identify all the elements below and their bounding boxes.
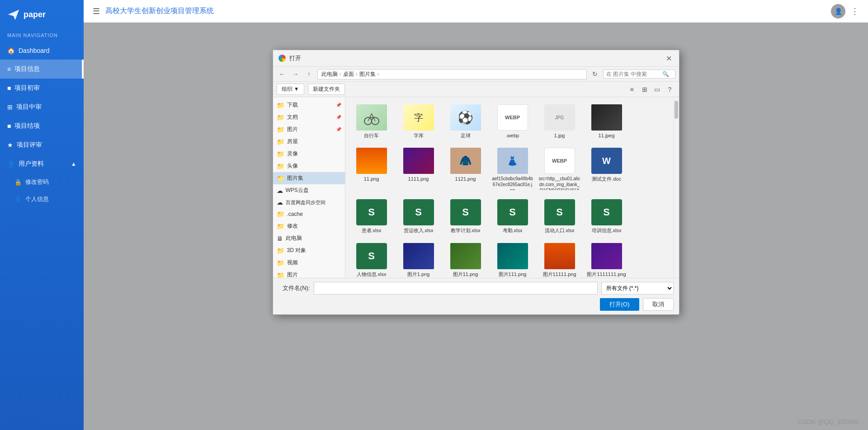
file-icon-webp2: WEBP bbox=[544, 148, 575, 174]
file-icon-xlsx: S bbox=[450, 199, 481, 225]
sidebar-item-dashboard[interactable]: 🏠 Dashboard bbox=[0, 42, 84, 60]
file-thumbnail bbox=[403, 148, 434, 174]
file-name: 货运收入.xlsx bbox=[404, 227, 434, 234]
file-item-1121png[interactable]: 🧥 1121.png bbox=[443, 144, 488, 194]
ds-item-label: .cache bbox=[287, 211, 303, 217]
open-button[interactable]: 打开(O) bbox=[600, 298, 639, 311]
ds-item-label: 图片 bbox=[287, 271, 298, 278]
new-folder-button[interactable]: 新建文件夹 bbox=[308, 84, 345, 95]
file-item-flow-xlsx[interactable]: S 流动人口.xlsx bbox=[537, 196, 582, 237]
sidebar-item-project-final[interactable]: ■ 项目结项 bbox=[0, 117, 84, 136]
view-list-icon[interactable]: ≡ bbox=[627, 84, 637, 95]
ds-video[interactable]: 📁 视频 bbox=[273, 257, 345, 269]
ds-item-label: 图片 bbox=[287, 126, 298, 133]
ds-item-label: 视频 bbox=[287, 259, 298, 266]
file-item-consider-xlsx[interactable]: S 考勤.xlsx bbox=[490, 196, 535, 237]
ds-item-label: 文档 bbox=[287, 113, 298, 121]
chevron-up-icon: ▲ bbox=[71, 161, 76, 167]
file-item-person-xlsx[interactable]: S 人物信息.xlsx bbox=[349, 239, 394, 278]
back-button[interactable]: ← bbox=[277, 69, 288, 79]
file-item-patient-xlsx[interactable]: S 患者.xlsx bbox=[349, 196, 394, 237]
ds-baidu[interactable]: ☁ 百度网盘同步空间 bbox=[273, 196, 345, 208]
file-name: 患者.xlsx bbox=[362, 227, 382, 234]
file-name: 图片11111.png bbox=[543, 271, 576, 277]
ds-wps-cloud[interactable]: ☁ WPS云盘 bbox=[273, 184, 345, 196]
file-item-bike[interactable]: 自行车 bbox=[349, 101, 394, 142]
filetype-select[interactable]: 所有文件 (*.*) bbox=[601, 282, 674, 294]
view-controls: ≡ ⊞ ▭ ? bbox=[627, 84, 675, 95]
folder-icon: 📁 bbox=[277, 138, 284, 145]
view-grid-icon[interactable]: ⊞ bbox=[639, 84, 650, 95]
breadcrumb-photos: 图片集 bbox=[359, 70, 376, 78]
up-button[interactable]: ↑ bbox=[304, 69, 315, 79]
avatar[interactable]: 👤 bbox=[831, 4, 845, 19]
breadcrumb[interactable]: 此电脑 › 桌面 › 图片集 › bbox=[317, 69, 587, 79]
ds-head[interactable]: 📁 头像 bbox=[273, 160, 345, 172]
file-item-1111png[interactable]: 1111.png bbox=[396, 144, 441, 194]
file-item-img111[interactable]: 图片111.png bbox=[490, 239, 535, 278]
sidebar-sub-change-password[interactable]: 🔒 修改密码 bbox=[0, 173, 84, 191]
sidebar-item-label: 用户资料 bbox=[19, 160, 44, 168]
more-options-icon[interactable]: ⋮ bbox=[851, 6, 859, 16]
file-item-1jpg[interactable]: JPG 1.jpg bbox=[537, 101, 582, 142]
file-item-test-doc[interactable]: W 测试文件.doc bbox=[584, 144, 629, 194]
file-item-11png[interactable]: 11.png bbox=[349, 144, 394, 194]
ds-cache[interactable]: 📁 .cache bbox=[273, 208, 345, 220]
scrollbar[interactable] bbox=[674, 97, 679, 278]
file-name: aef15cbdbc9a49b4b67e2ec8265ac81e.jpg bbox=[492, 176, 533, 190]
file-item-font[interactable]: 字 字库 bbox=[396, 101, 441, 142]
ds-documents[interactable]: 📁 文档 📌 bbox=[273, 111, 345, 123]
ds-3d[interactable]: 📁 3D 对象 bbox=[273, 244, 345, 257]
forward-button[interactable]: → bbox=[290, 69, 301, 79]
file-item-aef15[interactable]: 👗 aef15cbdbc9a49b4b67e2ec8265ac81e.jpg bbox=[490, 144, 535, 194]
file-name: 足球 bbox=[461, 132, 471, 139]
hamburger-icon[interactable]: ☰ bbox=[93, 6, 100, 16]
refresh-button[interactable]: ↻ bbox=[590, 69, 600, 79]
file-item-soccer[interactable]: ⚽ 足球 bbox=[443, 101, 488, 142]
ds-photoset[interactable]: 📁 图片集 bbox=[273, 172, 345, 184]
filename-input[interactable] bbox=[314, 282, 598, 294]
sidebar-item-label: 项目结项 bbox=[14, 122, 40, 130]
file-item-img11111[interactable]: 图片1111111.png bbox=[584, 239, 629, 278]
sidebar-item-user-profile[interactable]: 👤 用户资料 ▲ bbox=[0, 154, 84, 173]
ds-item-label: 修改 bbox=[287, 222, 298, 230]
file-thumbnail: ⚽ bbox=[450, 104, 481, 131]
ds-pictures[interactable]: 📁 图片 📌 bbox=[273, 123, 345, 136]
file-item-img11[interactable]: 图片11.png bbox=[443, 239, 488, 278]
file-item-img1[interactable]: 图片1.png bbox=[396, 239, 441, 278]
view-help-icon[interactable]: ? bbox=[665, 84, 675, 95]
file-item-freight-xlsx[interactable]: S 货运收入.xlsx bbox=[396, 196, 441, 237]
file-name: 图片1.png bbox=[407, 271, 430, 277]
sidebar-item-project-eval[interactable]: ★ 项目评审 bbox=[0, 136, 84, 154]
ds-downloads[interactable]: 📁 下载 📌 bbox=[273, 99, 345, 111]
ds-fix[interactable]: 📁 修改 bbox=[273, 220, 345, 232]
ds-lingxiang[interactable]: 📁 灵像 bbox=[273, 148, 345, 160]
cancel-button[interactable]: 取消 bbox=[643, 298, 674, 311]
file-item-img1111[interactable]: 图片11111.png bbox=[537, 239, 582, 278]
sidebar-sub-personal-info[interactable]: 👤 个人信息 bbox=[0, 191, 84, 208]
file-item-src-http[interactable]: WEBP src=http__cbu01.alicdn.com_img_iban… bbox=[537, 144, 582, 194]
file-dialog-overlay: 打开 ✕ ← → ↑ 此电脑 › 桌面 › 图片集 › bbox=[84, 23, 868, 430]
file-icon-xlsx: S bbox=[356, 199, 387, 225]
file-thumbnail bbox=[591, 104, 622, 131]
sidebar-item-project-review2[interactable]: ⊞ 项目中审 bbox=[0, 98, 84, 117]
file-item-webp[interactable]: WEBP .webp bbox=[490, 101, 535, 142]
ds-this-pc[interactable]: 🖥 此电脑 bbox=[273, 232, 345, 244]
search-input[interactable] bbox=[606, 71, 660, 77]
dialog-close-button[interactable]: ✕ bbox=[665, 54, 674, 63]
ds-images2[interactable]: 📁 图片 bbox=[273, 269, 345, 278]
organize-button[interactable]: 组织 ▼ bbox=[277, 84, 304, 95]
folder-icon: 📁 bbox=[277, 163, 284, 170]
view-preview-icon[interactable]: ▭ bbox=[652, 84, 663, 95]
dialog-actions-bar: 组织 ▼ 新建文件夹 ≡ ⊞ ▭ ? bbox=[273, 82, 679, 97]
file-thumbnail bbox=[450, 243, 481, 269]
ds-house[interactable]: 📁 房屋 bbox=[273, 136, 345, 148]
file-thumbnail bbox=[591, 243, 622, 269]
file-item-study-xlsx[interactable]: S 教学计划.xlsx bbox=[443, 196, 488, 237]
main-content: ☰ 高校大学生创新创业项目管理系统 👤 ⋮ 学号 学院 bbox=[84, 0, 868, 430]
dialog-buttons: 打开(O) 取消 bbox=[278, 298, 674, 311]
file-item-train-xlsx[interactable]: S 培训信息.xlsx bbox=[584, 196, 629, 237]
sidebar-item-project-info[interactable]: ≡ 项目信息 bbox=[0, 60, 84, 79]
file-item-11jpeg[interactable]: 11.jpeg bbox=[584, 101, 629, 142]
sidebar-item-project-review1[interactable]: ■ 项目初审 bbox=[0, 79, 84, 98]
